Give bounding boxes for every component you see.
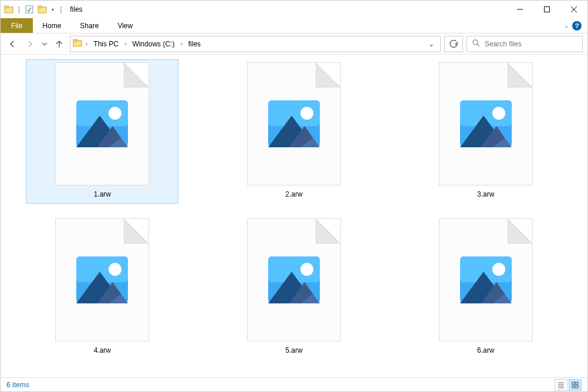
chevron-right-icon[interactable]: › (178, 40, 184, 47)
svg-point-33 (492, 107, 505, 120)
svg-rect-1 (5, 6, 8, 8)
image-icon (458, 252, 514, 308)
svg-rect-68 (576, 386, 578, 388)
item-count: 6 items (6, 381, 29, 389)
file-item[interactable]: 6.arw (410, 215, 562, 360)
file-item[interactable]: 1.arw (26, 59, 178, 204)
file-item[interactable]: 4.arw (26, 215, 178, 360)
tab-home[interactable]: Home (33, 18, 70, 33)
svg-rect-65 (572, 382, 575, 384)
breadcrumb-segment[interactable]: Windows (C:) (130, 36, 177, 52)
forward-button[interactable] (23, 37, 37, 51)
ribbon-tabs: File Home Share View ⌄ ? (1, 18, 587, 33)
svg-point-49 (300, 263, 313, 276)
folder-icon (73, 38, 82, 49)
address-bar[interactable]: › This PC › Windows (C:) › files ⌄ (70, 36, 441, 52)
search-input[interactable]: Search files (467, 36, 583, 52)
svg-rect-2 (26, 6, 33, 13)
search-icon (472, 39, 480, 49)
svg-rect-6 (545, 7, 550, 12)
breadcrumb-segment[interactable]: This PC (91, 36, 121, 52)
recent-locations-caret[interactable] (40, 37, 49, 51)
folder-icon (4, 5, 13, 14)
thumbnails-view-button[interactable] (569, 379, 582, 391)
file-name: 6.arw (477, 346, 494, 354)
file-name: 1.arw (94, 190, 111, 198)
svg-rect-66 (576, 382, 578, 384)
svg-point-41 (109, 263, 121, 276)
chevron-right-icon[interactable]: › (122, 40, 129, 47)
file-thumbnail (247, 218, 341, 342)
image-icon (266, 96, 322, 152)
file-name: 4.arw (94, 346, 111, 354)
up-button[interactable] (52, 37, 66, 51)
address-dropdown-caret[interactable]: ⌄ (425, 40, 438, 48)
ribbon-expand-caret[interactable]: ⌄ (564, 22, 569, 29)
image-icon (458, 96, 514, 152)
file-list[interactable]: 1.arw 2.arw 3.arw (1, 55, 587, 377)
image-icon (74, 252, 130, 308)
svg-point-25 (300, 107, 313, 120)
file-thumbnail (55, 62, 149, 185)
file-thumbnail (247, 62, 341, 185)
separator: | (60, 5, 62, 13)
explorer-window: | ▾ | files File Home Sha (0, 0, 588, 392)
tab-file[interactable]: File (1, 18, 33, 33)
svg-line-12 (477, 44, 479, 46)
quick-access-toolbar: | ▾ | files (1, 5, 83, 14)
file-thumbnail (55, 218, 149, 342)
window-title: files (70, 5, 82, 13)
svg-rect-10 (73, 39, 77, 41)
status-bar: 6 items (1, 377, 587, 391)
window-controls (506, 1, 587, 18)
file-thumbnail (439, 62, 533, 185)
refresh-button[interactable] (444, 36, 463, 52)
file-thumbnail (439, 218, 533, 342)
minimize-button[interactable] (506, 1, 533, 18)
tab-view[interactable]: View (108, 18, 142, 33)
image-icon (74, 96, 130, 152)
navigation-bar: › This PC › Windows (C:) › files ⌄ Searc… (1, 33, 587, 55)
svg-point-11 (473, 40, 478, 45)
image-icon (266, 252, 322, 308)
file-name: 3.arw (477, 190, 494, 198)
separator: | (18, 5, 20, 13)
file-name: 5.arw (285, 346, 302, 354)
properties-icon[interactable] (25, 5, 34, 14)
qat-customize-caret[interactable]: ▾ (52, 7, 54, 12)
file-name: 2.arw (285, 190, 302, 198)
svg-point-17 (109, 107, 121, 120)
svg-rect-67 (572, 386, 575, 388)
svg-rect-4 (38, 6, 42, 8)
maximize-button[interactable] (533, 1, 560, 18)
help-icon[interactable]: ? (572, 21, 582, 31)
details-view-button[interactable] (555, 379, 567, 391)
back-button[interactable] (5, 37, 19, 51)
tab-share[interactable]: Share (70, 18, 108, 33)
breadcrumb-segment[interactable]: files (186, 36, 203, 52)
file-item[interactable]: 2.arw (218, 59, 370, 204)
close-button[interactable] (560, 1, 587, 18)
file-item[interactable]: 3.arw (410, 59, 562, 204)
file-item[interactable]: 5.arw (218, 215, 370, 360)
search-placeholder: Search files (485, 40, 522, 48)
svg-point-57 (492, 263, 505, 276)
chevron-right-icon[interactable]: › (83, 40, 90, 47)
new-folder-icon[interactable] (38, 5, 47, 14)
title-bar: | ▾ | files (1, 1, 587, 18)
